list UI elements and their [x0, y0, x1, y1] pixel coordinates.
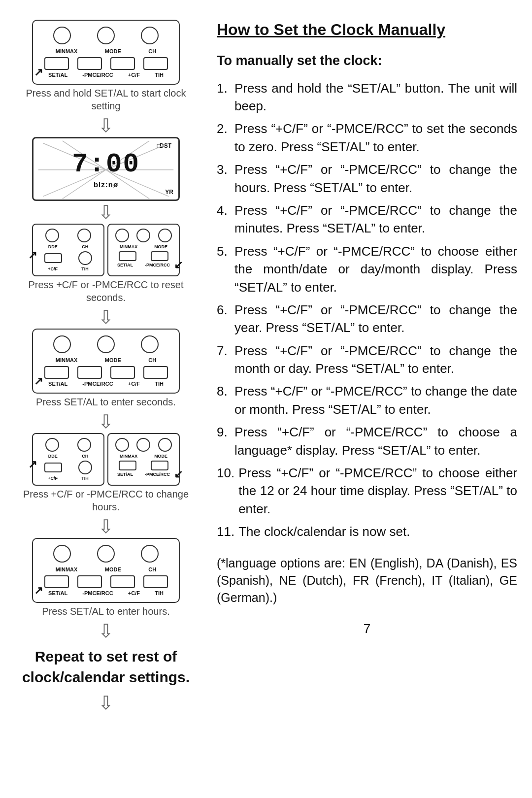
s1-lbl-tih: TIH — [81, 266, 89, 271]
arrow-down-5: ⇩ — [98, 517, 114, 536]
diagram-4: MINMAX MODE CH SET/AL -PMCE/RCC +C/F TIH… — [32, 329, 180, 394]
d6-btn3 — [141, 545, 159, 563]
s2r-lbl-setal: SET/AL — [117, 472, 133, 477]
label-tih: TIH — [155, 72, 164, 78]
left-column: MINMAX MODE CH SET/AL -PMCE/RCC +C/F TIH… — [15, 20, 197, 778]
arrow-ptr-3: ↗ — [28, 249, 37, 262]
diag4-top-labels: MINMAX MODE CH — [40, 357, 172, 363]
list-item-text: The clock/calendar is now set. — [238, 523, 410, 540]
diag1-bottom-buttons — [40, 57, 172, 70]
list-item-text: Press “+C/F” or “-PMCE/RCC” to change th… — [234, 201, 517, 237]
d4-lbl-mode: MODE — [105, 357, 121, 363]
d4-btn3 — [141, 335, 159, 353]
s2r-bottom-labels: SET/AL -PMCE/RCC — [111, 472, 176, 477]
list-item-num: 5. — [217, 242, 231, 296]
diag1-top-labels: MINMAX MODE CH — [40, 48, 172, 54]
list-item: 6.Press “+C/F” or “-PMCE/RCC” to change … — [217, 301, 517, 337]
arrow-ptr-6: ↗ — [34, 584, 43, 597]
arrow-ptr-5b: ↙ — [174, 468, 183, 481]
s2r-btn-rect1 — [119, 461, 136, 470]
diag1-caption: Press and hold SET/AL to start clock set… — [15, 87, 197, 112]
s2r-lbl-pmce: -PMCE/RCC — [145, 472, 170, 477]
list-item: 7.Press “+C/F” or “-PMCE/RCC” to change … — [217, 342, 517, 378]
diag6-bottom-labels: SET/AL -PMCE/RCC +C/F TIH — [40, 590, 172, 596]
arrow-down-2: ⇩ — [98, 203, 114, 222]
repeat-text: Repeat to set rest of clock/calendar set… — [15, 646, 197, 688]
list-item: 4.Press “+C/F” or “-PMCE/RCC” to change … — [217, 201, 517, 237]
s2-btn2 — [77, 438, 91, 452]
d4-btn-tih — [143, 366, 168, 379]
diag1-top-buttons — [40, 27, 172, 44]
list-item: 11.The clock/calendar is now set. — [217, 523, 517, 540]
s2-btn3 — [78, 461, 92, 474]
diagram-6: MINMAX MODE CH SET/AL -PMCE/RCC +C/F TIH… — [32, 538, 180, 603]
arrow-down-4: ⇩ — [98, 412, 114, 431]
diag4-bottom — [40, 366, 172, 379]
s2-lbl-cf: +C/F — [48, 476, 58, 481]
d4-btn-pmce — [77, 366, 102, 379]
btn-circle-1 — [53, 27, 71, 44]
list-item: 10.Press “+C/F” or “-PMCE/RCC” to choose… — [217, 464, 517, 518]
s1r-btn2 — [136, 229, 150, 242]
list-item-num: 10. — [217, 464, 234, 518]
arrow-down-6: ⇩ — [98, 622, 114, 640]
label-mode: MODE — [105, 48, 121, 54]
s2-btn1 — [45, 438, 59, 452]
diagram-6-wrapper: MINMAX MODE CH SET/AL -PMCE/RCC +C/F TIH… — [32, 538, 180, 603]
label-cf: +C/F — [128, 72, 140, 78]
list-item-num: 1. — [217, 79, 231, 115]
diagram-clock: 7:00 blz:nø DST □ YR — [32, 137, 180, 201]
d6-lbl-mode: MODE — [105, 566, 121, 572]
s1r-btn3 — [158, 229, 172, 242]
d6-lbl-pmce: -PMCE/RCC — [82, 590, 113, 596]
list-item: 9.Press “+C/F” or “-PMCE/RCC” to choose … — [217, 423, 517, 459]
diag3-caption: Press SET/AL to enter seconds. — [36, 396, 176, 408]
s1r-btn1 — [115, 229, 129, 242]
d6-lbl-setal: SET/AL — [48, 590, 67, 596]
list-item: 3.Press “+C/F” or “-PMCE/RCC” to change … — [217, 161, 517, 197]
label-ch: CH — [148, 48, 156, 54]
d6-lbl-minmax: MINMAX — [56, 566, 78, 572]
s1r-bottom — [111, 251, 176, 261]
s2-top-labels: DDE CH — [36, 454, 100, 459]
s1-top-labels: DDE CH — [36, 244, 100, 249]
s1-btn3 — [78, 251, 92, 265]
s1r-top-labels: MINMAX MODE — [111, 244, 176, 249]
footnote: (*language options are: EN (English), DA… — [217, 555, 517, 606]
split2r-top — [111, 438, 176, 452]
label-minmax: MINMAX — [56, 48, 78, 54]
s2r-lbl-minmax: MINMAX — [120, 454, 138, 459]
list-item: 8.Press “+C/F” or “-PMCE/RCC” to change … — [217, 382, 517, 418]
s2-btn-rect1 — [44, 463, 62, 472]
d6-btn-tih — [143, 575, 168, 588]
d4-lbl-minmax: MINMAX — [56, 357, 78, 363]
list-item-num: 8. — [217, 382, 231, 418]
label-setal: SET/AL — [48, 72, 67, 78]
arrow-down-1: ⇩ — [98, 116, 114, 135]
s2r-top-labels: MINMAX MODE — [111, 454, 176, 459]
d4-lbl-setal: SET/AL — [48, 381, 67, 387]
page-title: How to Set the Clock Manually — [217, 20, 517, 40]
list-item: 2.Press “+C/F” or “-PMCE/RCC” to set the… — [217, 120, 517, 156]
split1r-top — [111, 229, 176, 242]
diag4-caption: Press +C/F or -PMCE/RCC to change hours. — [15, 488, 197, 513]
arrow-ptr-5: ↗ — [28, 458, 37, 471]
arrow-ptr-1: ↗ — [34, 66, 43, 79]
diag4-bottom-labels: SET/AL -PMCE/RCC +C/F TIH — [40, 381, 172, 387]
list-item-text: Press “+C/F” or “-PMCE/RCC” to change th… — [234, 301, 517, 337]
list-item-num: 3. — [217, 161, 231, 197]
list-item-num: 11. — [217, 523, 234, 540]
s1r-lbl-mode: MODE — [154, 244, 167, 249]
list-item: 5.Press “+C/F” or “-PMCE/RCC” to choose … — [217, 242, 517, 296]
arrow-ptr-4: ↗ — [34, 375, 43, 388]
diagram-1: MINMAX MODE CH SET/AL -PMCE/RCC +C/F TIH… — [32, 20, 180, 85]
split2-top — [36, 438, 100, 452]
s1r-bottom-labels: SET/AL -PMCE/RCC — [111, 263, 176, 267]
s2-lbl-ch: CH — [82, 454, 88, 459]
d4-lbl-tih: TIH — [155, 381, 164, 387]
arrow-down-7: ⇩ — [98, 694, 114, 712]
s2r-btn1 — [115, 438, 129, 452]
split-panel-left-2: DDE CH +C/F TIH — [32, 433, 104, 486]
d6-lbl-tih: TIH — [155, 590, 164, 596]
diagram-1-wrapper: MINMAX MODE CH SET/AL -PMCE/RCC +C/F TIH… — [32, 20, 180, 85]
